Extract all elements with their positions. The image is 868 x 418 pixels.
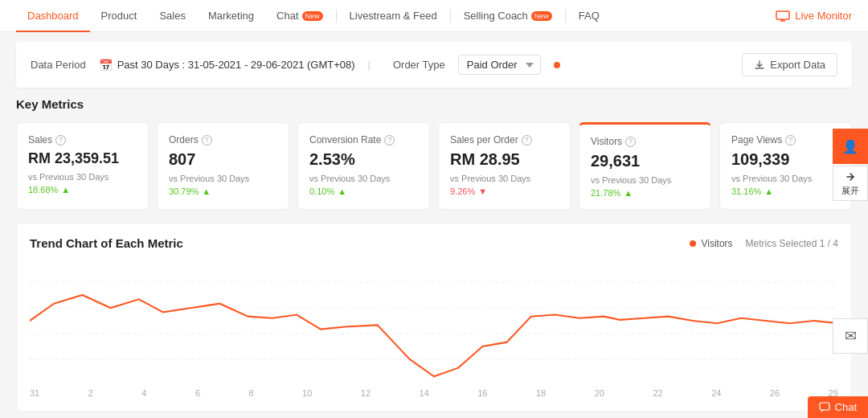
metric-card-sales-per-order[interactable]: Sales per Order ? RM 28.95 vs Previous 3… xyxy=(438,122,571,210)
metric-card-sales[interactable]: Sales ? RM 23,359.51 vs Previous 30 Days… xyxy=(16,122,149,210)
sales-change: 18.68% xyxy=(28,185,58,195)
x-label-8: 16 xyxy=(477,388,487,398)
status-dot xyxy=(554,62,560,68)
metric-pageviews-label: Page Views ? xyxy=(731,134,840,145)
side-btn-expand[interactable]: 展开 xyxy=(833,166,868,201)
main-content: Key Metrics Sales ? RM 23,359.51 vs Prev… xyxy=(0,97,868,412)
order-type-label: Order Type xyxy=(393,59,445,71)
legend-dot xyxy=(690,240,696,247)
nav-marketing-label: Marketing xyxy=(208,10,254,22)
export-button[interactable]: Export Data xyxy=(742,53,837,76)
order-type-select[interactable]: Paid Order xyxy=(458,55,541,75)
nav-faq[interactable]: FAQ xyxy=(567,0,611,32)
filter-separator: | xyxy=(368,59,371,71)
orders-arrow: ▲ xyxy=(202,186,211,196)
nav-dashboard-label: Dashboard xyxy=(27,10,79,22)
sales-info-icon[interactable]: ? xyxy=(55,135,66,145)
date-range-picker[interactable]: 📅 Past 30 Days : 31-05-2021 - 29-06-2021… xyxy=(99,59,355,72)
navigation: Dashboard Product Sales Marketing Chat N… xyxy=(0,0,868,32)
metrics-selected-label: Metrics Selected 1 / 4 xyxy=(746,238,838,249)
side-btn-people[interactable]: 👤 xyxy=(833,129,868,164)
conversion-change: 0.10% xyxy=(309,186,334,196)
nav-livestream[interactable]: Livestream & Feed xyxy=(338,0,448,32)
trend-legend-area: Visitors Metrics Selected 1 / 4 xyxy=(690,238,838,249)
nav-sales-label: Sales xyxy=(159,10,186,22)
trend-header: Trend Chart of Each Metric Visitors Metr… xyxy=(30,236,838,250)
export-label: Export Data xyxy=(770,59,825,71)
x-label-12: 24 xyxy=(711,388,721,398)
metric-conversion-label: Conversion Rate ? xyxy=(309,134,418,145)
conversion-info-icon[interactable]: ? xyxy=(384,135,395,145)
x-label-3: 6 xyxy=(195,388,200,398)
nav-selling-coach[interactable]: Selling Coach New xyxy=(452,0,563,32)
chat-label: Chat xyxy=(835,401,857,413)
pageviews-arrow: ▲ xyxy=(764,186,773,196)
people-icon: 👤 xyxy=(842,139,858,154)
trend-title: Trend Chart of Each Metric xyxy=(30,236,183,250)
metric-card-conversion[interactable]: Conversion Rate ? 2.53% vs Previous 30 D… xyxy=(297,122,430,210)
trend-chart-section: Trend Chart of Each Metric Visitors Metr… xyxy=(16,223,852,412)
trend-chart-area xyxy=(30,256,838,385)
x-label-9: 18 xyxy=(536,388,546,398)
pageviews-info-icon[interactable]: ? xyxy=(785,135,796,145)
chat-button[interactable]: Chat xyxy=(808,396,868,418)
download-icon xyxy=(754,59,765,71)
nav-sep-3 xyxy=(565,10,566,23)
nav-chat-label: Chat xyxy=(276,10,298,22)
svg-rect-0 xyxy=(776,11,789,19)
expand-icon xyxy=(844,170,857,183)
chat-badge: New xyxy=(302,11,323,21)
metric-pageviews-compare: vs Previous 30 Days 31.16% ▲ xyxy=(731,174,840,196)
nav-chat[interactable]: Chat New xyxy=(265,0,334,32)
metric-sales-value: RM 23,359.51 xyxy=(28,150,137,167)
x-label-0: 31 xyxy=(30,388,39,398)
metric-orders-value: 807 xyxy=(169,150,277,169)
spo-change: 9.26% xyxy=(450,186,475,196)
calendar-icon: 📅 xyxy=(99,59,113,72)
metric-visitors-label: Visitors ? xyxy=(591,136,699,147)
nav-product-label: Product xyxy=(101,10,137,22)
nav-selling-coach-label: Selling Coach xyxy=(464,10,528,22)
nav-marketing[interactable]: Marketing xyxy=(197,0,265,32)
metric-sales-compare: vs Previous 30 Days 18.68% ▲ xyxy=(28,172,137,195)
key-metrics-title: Key Metrics xyxy=(16,97,852,111)
x-label-7: 14 xyxy=(420,388,429,398)
metric-card-visitors[interactable]: Visitors ? 29,631 vs Previous 30 Days 21… xyxy=(579,122,711,210)
metric-orders-compare: vs Previous 30 Days 30.79% ▲ xyxy=(169,174,277,196)
x-label-4: 8 xyxy=(249,388,254,398)
metric-card-orders[interactable]: Orders ? 807 vs Previous 30 Days 30.79% … xyxy=(157,122,289,210)
visitors-info-icon[interactable]: ? xyxy=(625,137,636,147)
x-label-10: 20 xyxy=(595,388,604,398)
orders-change: 30.79% xyxy=(169,186,199,196)
x-label-5: 10 xyxy=(302,388,312,398)
x-label-1: 2 xyxy=(88,388,93,398)
nav-dashboard[interactable]: Dashboard xyxy=(16,0,90,32)
chat-icon xyxy=(819,402,830,413)
nav-sales[interactable]: Sales xyxy=(148,0,197,32)
legend-label: Visitors xyxy=(701,238,732,249)
conversion-arrow: ▲ xyxy=(338,186,346,196)
visitors-arrow: ▲ xyxy=(624,188,633,198)
live-monitor-button[interactable]: Live Monitor xyxy=(776,10,852,22)
trend-chart-svg xyxy=(30,256,838,385)
nav-product[interactable]: Product xyxy=(90,0,149,32)
feedback-button[interactable]: ✉ xyxy=(833,318,868,354)
metric-conversion-value: 2.53% xyxy=(309,150,418,169)
feedback-icon: ✉ xyxy=(845,327,857,345)
spo-arrow: ▼ xyxy=(478,186,487,196)
trend-legend: Visitors xyxy=(690,238,732,249)
x-axis: 31 2 4 6 8 10 12 14 16 18 20 22 24 26 29 xyxy=(30,385,838,398)
x-label-11: 22 xyxy=(653,388,662,398)
orders-info-icon[interactable]: ? xyxy=(202,135,212,145)
nav-faq-label: FAQ xyxy=(579,10,600,22)
metric-sales-label: Sales ? xyxy=(28,134,137,145)
expand-label: 展开 xyxy=(841,185,859,197)
data-period-label: Data Period xyxy=(31,59,86,71)
spo-info-icon[interactable]: ? xyxy=(522,135,532,145)
nav-sep-2 xyxy=(450,10,451,23)
metric-orders-label: Orders ? xyxy=(169,134,277,145)
live-monitor-label: Live Monitor xyxy=(795,10,852,22)
metric-spo-label: Sales per Order ? xyxy=(450,134,559,145)
metric-conversion-compare: vs Previous 30 Days 0.10% ▲ xyxy=(309,174,418,196)
pageviews-change: 31.16% xyxy=(731,186,761,196)
